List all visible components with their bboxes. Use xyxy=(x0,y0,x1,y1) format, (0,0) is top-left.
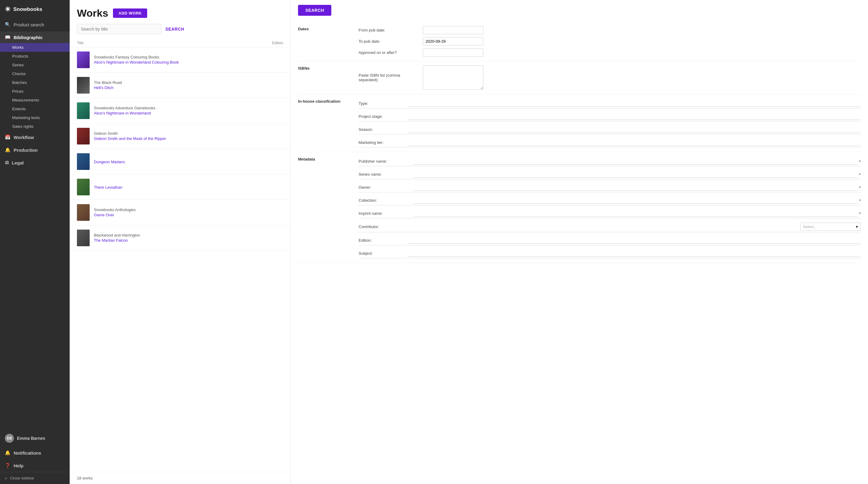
sidebar-item-production[interactable]: 🔔 Production xyxy=(0,144,70,156)
user-item[interactable]: EB Emma Barnes xyxy=(0,430,70,447)
work-title-link[interactable]: The Martian Falcon xyxy=(94,238,128,243)
sidebar-item-extents[interactable]: Extents xyxy=(0,104,70,113)
sidebar-item-help[interactable]: ❓ Help xyxy=(0,459,70,472)
metadata-section: Metadata Publisher name: ▾ Series name: xyxy=(298,152,861,263)
work-title-link[interactable]: Game Over xyxy=(94,213,114,217)
marketing-tier-input[interactable] xyxy=(408,139,861,146)
work-title-link[interactable]: There Leviathan xyxy=(94,185,122,190)
sidebar-search-item[interactable]: 🔍 Product search xyxy=(0,19,70,30)
work-title-link[interactable]: Dungeon Masters xyxy=(94,160,125,164)
to-pub-date-label: To pub date: xyxy=(359,39,419,43)
sidebar-item-products[interactable]: Products xyxy=(0,52,70,61)
notifications-label: Notifications xyxy=(13,450,41,456)
sidebar-item-sales-rights[interactable]: Sales rights xyxy=(0,122,70,131)
sidebar-item-measurements[interactable]: Measurements xyxy=(0,96,70,104)
sidebar-item-prices[interactable]: Prices xyxy=(0,87,70,96)
search-link[interactable]: SEARCH xyxy=(165,27,184,31)
chevron-down-icon: ▾ xyxy=(856,224,858,229)
snowflake-icon: ✳ xyxy=(5,5,10,13)
works-panel: Works ADD WORK SEARCH Title Edition Snow… xyxy=(70,0,868,484)
owner-row: Owner: ▾ xyxy=(359,182,861,192)
sidebar-item-marketing-texts[interactable]: Marketing texts xyxy=(0,113,70,122)
table-row[interactable]: Snowbooks Anthologies Game Over xyxy=(70,200,290,225)
collection-select[interactable]: ▾ xyxy=(413,196,861,204)
works-header: Works ADD WORK xyxy=(70,0,290,24)
dates-label: Dates xyxy=(298,26,359,57)
sidebar-logo[interactable]: ✳ Snowbooks xyxy=(0,0,70,19)
series-name-row: Series name: ▾ xyxy=(359,169,861,179)
works-title: Works xyxy=(77,7,108,19)
owner-input[interactable] xyxy=(413,184,858,191)
contributor-label: Contributor: xyxy=(359,224,413,229)
collection-input[interactable] xyxy=(413,196,858,204)
sidebar: ✳ Snowbooks 🔍 Product search 📖 Bibliogra… xyxy=(0,0,70,484)
table-row[interactable]: Snowbooks Adventure Gamebooks Alice's Ni… xyxy=(70,98,290,124)
series-name-select[interactable]: ▾ xyxy=(413,171,861,178)
isbns-section: ISBNs Paste ISBN list (comma separated): xyxy=(298,61,861,94)
chevron-down-icon: ▾ xyxy=(859,159,861,163)
contributor-row: Contributor: Select... ▾ xyxy=(359,221,861,232)
classification-section: In-house classification Type: Project st… xyxy=(298,94,861,152)
search-title-input[interactable] xyxy=(77,24,162,34)
close-sidebar-button[interactable]: « Close sidebar xyxy=(0,472,70,484)
table-row[interactable]: There Leviathan xyxy=(70,175,290,200)
to-pub-date-input[interactable] xyxy=(423,37,484,46)
imprint-name-row: Imprint name: ▾ xyxy=(359,208,861,218)
bibliographic-section: 📖 Bibliographic Works Products Series Ch… xyxy=(0,31,70,131)
type-input[interactable] xyxy=(408,100,861,107)
subject-input[interactable] xyxy=(408,249,861,257)
add-work-button[interactable]: ADD WORK xyxy=(113,8,147,18)
approved-input[interactable] xyxy=(423,49,484,57)
bibliographic-header[interactable]: 📖 Bibliographic xyxy=(0,31,70,43)
table-row[interactable]: Dungeon Masters xyxy=(70,149,290,175)
from-pub-date-input[interactable] xyxy=(423,26,484,34)
work-thumbnail xyxy=(77,230,90,246)
project-stage-label: Project stage: xyxy=(359,114,408,119)
chevron-down-icon: ▾ xyxy=(859,211,861,215)
work-thumbnail xyxy=(77,77,90,94)
book-icon: 📖 xyxy=(5,34,10,40)
subject-label: Subject: xyxy=(359,251,408,255)
imprint-name-input[interactable] xyxy=(413,210,858,217)
marketing-tier-row: Marketing tier: xyxy=(359,138,861,148)
season-input[interactable] xyxy=(408,126,861,133)
avatar: EB xyxy=(5,434,14,443)
owner-select[interactable]: ▾ xyxy=(413,184,861,191)
sidebar-item-checks[interactable]: Checks xyxy=(0,69,70,78)
table-row[interactable]: The Black Road Hell's Ditch xyxy=(70,73,290,98)
sidebar-item-notifications[interactable]: 🔔 Notifications xyxy=(0,447,70,459)
work-info: Blackwood and Harrington The Martian Fal… xyxy=(94,233,283,243)
paste-isbn-label: Paste ISBN list (comma separated): xyxy=(359,73,419,82)
sidebar-item-legal[interactable]: ⚖ Legal xyxy=(0,156,70,169)
sidebar-item-batches[interactable]: Batches xyxy=(0,78,70,87)
work-series: Snowbooks Anthologies xyxy=(94,208,283,212)
work-title-link[interactable]: Alice's Nightmare in Wonderland xyxy=(94,111,151,115)
from-pub-date-row: From pub date: xyxy=(359,26,861,34)
sidebar-bottom: EB Emma Barnes 🔔 Notifications ❓ Help « … xyxy=(0,430,70,484)
project-stage-row: Project stage: xyxy=(359,112,861,121)
table-row[interactable]: Gideon Smith Gideon Smith and the Mask o… xyxy=(70,124,290,149)
sidebar-item-series[interactable]: Series xyxy=(0,61,70,69)
work-title-link[interactable]: Hell's Ditch xyxy=(94,85,114,90)
work-title-link[interactable]: Gideon Smith and the Mask of the Ripper xyxy=(94,136,166,141)
legal-label: Legal xyxy=(12,160,24,165)
sidebar-item-works[interactable]: Works xyxy=(0,43,70,52)
publisher-name-label: Publisher name: xyxy=(359,159,413,163)
project-stage-input[interactable] xyxy=(408,113,861,120)
paste-isbn-row: Paste ISBN list (comma separated): xyxy=(359,65,861,90)
dates-fields: From pub date: To pub date: Approved on … xyxy=(359,26,861,57)
table-row[interactable]: Blackwood and Harrington The Martian Fal… xyxy=(70,225,290,251)
imprint-name-select[interactable]: ▾ xyxy=(413,210,861,217)
work-info: The Black Road Hell's Ditch xyxy=(94,80,283,90)
isbn-textarea[interactable] xyxy=(423,65,484,90)
series-name-input[interactable] xyxy=(413,171,858,178)
table-row[interactable]: Snowbooks Fantasy Colouring Books Alice'… xyxy=(70,47,290,73)
sidebar-item-workflow[interactable]: 📅 Workflow xyxy=(0,131,70,144)
publisher-name-input[interactable] xyxy=(413,157,858,165)
edition-input[interactable] xyxy=(408,237,861,244)
contributor-select[interactable]: Select... ▾ xyxy=(800,222,861,231)
panel-search-button[interactable]: SEARCH xyxy=(298,5,331,16)
user-name: Emma Barnes xyxy=(17,436,45,441)
work-title-link[interactable]: Alice's Nightmare in Wonderland Colourin… xyxy=(94,60,179,64)
publisher-name-select[interactable]: ▾ xyxy=(413,157,861,165)
